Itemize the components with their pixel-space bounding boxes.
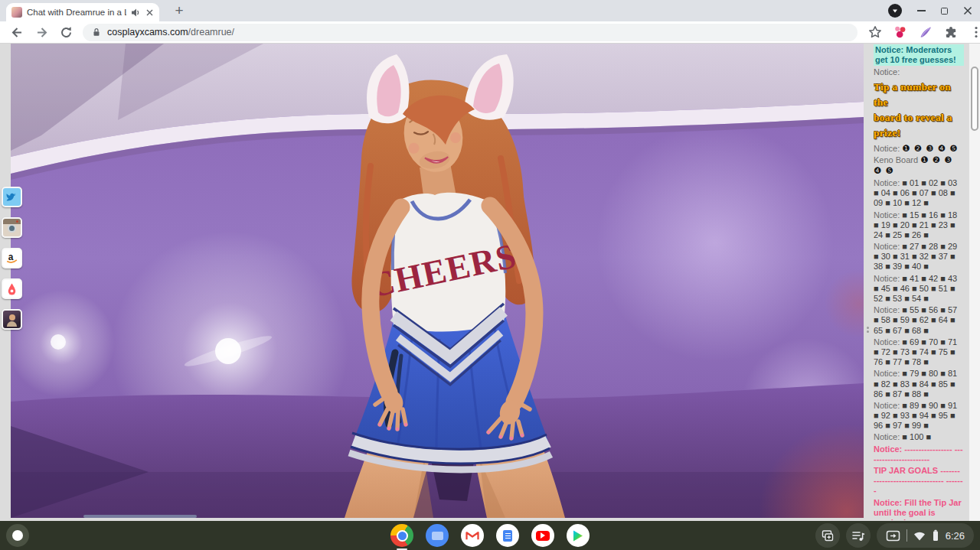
keno-row: Notice: ■ 55 ■ 56 ■ 57 ■ 58 ■ 59 ■ 62 ■ … xyxy=(874,305,964,336)
tab-title: Chat with Dreamrue in a Live xyxy=(27,8,126,17)
lock-icon[interactable] xyxy=(91,27,102,37)
pink-extension-icon[interactable] xyxy=(893,25,907,39)
close-window-button[interactable] xyxy=(963,6,972,15)
bookmark-star-icon[interactable] xyxy=(868,25,882,39)
cast-screen-icon xyxy=(886,530,900,542)
tray-divider xyxy=(906,529,907,542)
pink-separator: Notice: ----------------- --------------… xyxy=(874,444,964,464)
battery-icon xyxy=(932,529,939,542)
instagram-icon[interactable] xyxy=(2,217,22,238)
notice-label: Notice: xyxy=(874,67,900,76)
camera-flash-dot xyxy=(16,220,18,223)
tip-jar-fill-notice: Notice: Fill the Tip Jar until the goal … xyxy=(874,498,964,520)
kebab-menu-icon[interactable] xyxy=(969,25,980,39)
keno-row: Notice: ■ 100 ■ xyxy=(874,432,964,442)
vertical-scrollbar[interactable] xyxy=(969,44,980,521)
tip-jar-goals-heading: TIP JAR GOALS ------- ------------------… xyxy=(874,466,964,496)
restore-button[interactable] xyxy=(941,8,948,15)
scrollbar-thumb[interactable] xyxy=(971,67,978,131)
desks-button[interactable] xyxy=(815,523,840,548)
wifi-icon xyxy=(913,531,926,541)
moderator-notice: Notice: Moderators get 10 free guesses! xyxy=(874,44,964,66)
camera-lens xyxy=(8,224,16,233)
tab-strip: Chat with Dreamrue in a Live + xyxy=(0,0,980,21)
tab-search-button[interactable] xyxy=(888,4,902,18)
minimize-button[interactable] xyxy=(917,10,926,11)
extensions-puzzle-icon[interactable] xyxy=(944,25,958,39)
tab-close-icon[interactable] xyxy=(145,8,154,17)
chat-notices-panel: Notice: Moderators get 10 free guesses! … xyxy=(874,44,964,520)
keno-row: Notice: ■ 79 ■ 80 ■ 81 ■ 82 ■ 83 ■ 84 ■ … xyxy=(874,369,964,399)
keno-board-row: Keno Board ❶ ❷ ❸ ❹ ❺ xyxy=(874,155,964,177)
keno-row: Notice: ■ 69 ■ 70 ■ 71 ■ 72 ■ 73 ■ 74 ■ … xyxy=(874,337,964,368)
social-links-rail: a xyxy=(2,187,24,340)
horizontal-scrollbar[interactable] xyxy=(83,515,197,518)
keno-row: Notice: ■ 27 ■ 28 ■ 29 ■ 30 ■ 31 ■ 32 ■ … xyxy=(874,242,964,272)
chrome-app-icon[interactable] xyxy=(390,524,413,547)
new-tab-button[interactable]: + xyxy=(170,2,188,20)
status-tray[interactable]: 6:26 xyxy=(877,523,974,548)
keno-row: Notice: ■ 15 ■ 16 ■ 18 ■ 19 ■ 20 ■ 21 ■ … xyxy=(874,210,964,241)
twitter-icon[interactable] xyxy=(2,187,22,207)
tip-banner-line1: Tip a number on the xyxy=(874,80,964,111)
keno-row: Notice: ■ 41 ■ 42 ■ 43 ■ 45 ■ 46 ■ 50 ■ … xyxy=(874,274,964,304)
tab-favicon xyxy=(11,7,22,18)
clock: 6:26 xyxy=(946,530,965,542)
url-text: cosplayxcams.com/dreamrue/ xyxy=(107,27,234,37)
chromeos-shelf: 6:26 xyxy=(0,521,980,550)
profile-photo-icon[interactable] xyxy=(2,309,22,330)
circled-numbers-row: Notice: ❶ ❷ ❸ ❹ ❺ xyxy=(874,144,964,155)
keno-row: Notice: ■ 01 ■ 02 ■ 03 ■ 04 ■ 06 ■ 07 ■ … xyxy=(874,178,964,209)
address-bar[interactable]: cosplayxcams.com/dreamrue/ xyxy=(83,24,858,41)
tip-banner-line2: board to reveal a prize! xyxy=(874,110,964,142)
back-icon[interactable] xyxy=(10,25,24,40)
forward-icon[interactable] xyxy=(34,25,49,40)
media-controls-button[interactable] xyxy=(846,523,871,548)
amazon-icon[interactable]: a xyxy=(2,248,22,268)
panel-divider-handle[interactable] xyxy=(866,327,870,333)
play-store-app-icon[interactable] xyxy=(567,524,590,547)
browser-tab[interactable]: Chat with Dreamrue in a Live xyxy=(6,3,159,21)
gmail-app-icon[interactable] xyxy=(461,524,484,547)
svg-text:a: a xyxy=(8,252,14,262)
avatar-head xyxy=(9,314,15,321)
purple-pen-extension-icon[interactable] xyxy=(919,25,933,39)
browser-toolbar: cosplayxcams.com/dreamrue/ xyxy=(0,21,980,44)
docs-app-icon[interactable] xyxy=(496,524,519,547)
files-app-icon[interactable] xyxy=(426,524,449,547)
tab-audio-icon[interactable] xyxy=(131,8,141,18)
airbnb-icon[interactable] xyxy=(2,278,22,299)
reload-icon[interactable] xyxy=(59,25,74,40)
live-video-player[interactable]: CHEERS xyxy=(11,44,864,518)
youtube-app-icon[interactable] xyxy=(531,524,554,547)
launcher-button[interactable] xyxy=(6,524,29,547)
page-content: CHEERS xyxy=(0,44,980,521)
keno-row: Notice: ■ 89 ■ 90 ■ 91 ■ 92 ■ 93 ■ 94 ■ … xyxy=(874,401,964,431)
avatar-body xyxy=(7,321,17,327)
